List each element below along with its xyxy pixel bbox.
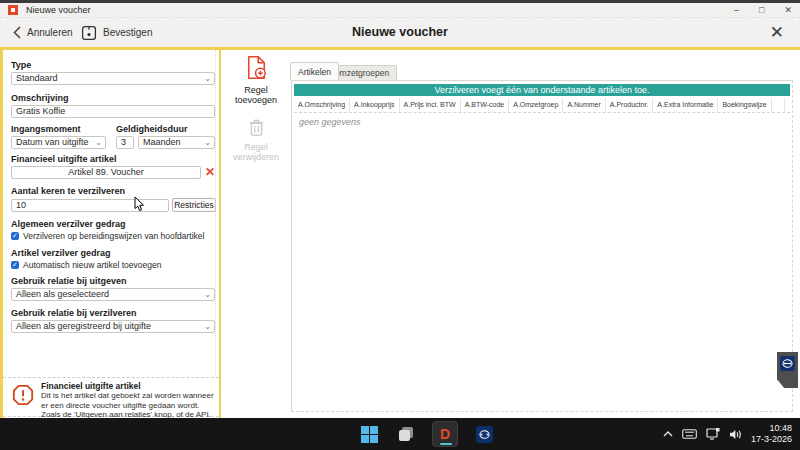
column-header[interactable]: A.Inkoopprijs bbox=[350, 98, 399, 112]
relation-issue-select[interactable]: Alleen als geselecteerd ⌄ bbox=[11, 288, 215, 301]
redeem-count-input[interactable]: 10 bbox=[11, 199, 169, 212]
teamviewer-icon bbox=[476, 426, 493, 443]
restrictions-button[interactable]: Restricties bbox=[172, 198, 216, 212]
chevron-left-icon bbox=[13, 26, 21, 39]
titlebar: Nieuwe voucher – □ ✕ bbox=[0, 3, 800, 18]
validity-amount-value: 3 bbox=[121, 137, 126, 147]
mouse-cursor bbox=[134, 196, 145, 216]
warning-box: Financieel uitgifte artikel Dit is het a… bbox=[3, 379, 219, 417]
warning-icon bbox=[12, 384, 34, 410]
cancel-button[interactable]: Annuleren bbox=[13, 18, 73, 47]
relation-redeem-select[interactable]: Alleen als geregistreerd bij uitgifte ⌄ bbox=[11, 320, 215, 333]
warning-title: Financieel uitgifte artikel bbox=[41, 381, 215, 391]
windows-logo-icon bbox=[361, 426, 378, 443]
column-header[interactable]: A.Extra Informatie bbox=[653, 98, 718, 112]
volume-tray-button[interactable] bbox=[729, 429, 742, 440]
redeem-count-label: Aantal keren te verzilveren bbox=[11, 186, 125, 196]
articles-table: Verzilveren voegt één van onderstaande a… bbox=[291, 80, 793, 412]
chevron-down-icon: ⌄ bbox=[204, 321, 211, 332]
validity-label: Geldigheidsduur bbox=[116, 124, 188, 134]
row-actions: Regel toevoegen Regel verwijderen bbox=[223, 55, 289, 162]
screen: Nieuwe voucher – □ ✕ Annuleren Bevestige… bbox=[0, 0, 800, 450]
info-banner: Verzilveren voegt één van onderstaande a… bbox=[294, 84, 790, 96]
clock-date: 17-3-2026 bbox=[751, 434, 792, 445]
taskbar-app-button[interactable]: D bbox=[432, 421, 458, 447]
table-header-row: A.OmschrijvingA.InkoopprijsA.Prijs incl.… bbox=[294, 98, 772, 112]
chevron-down-icon: ⌄ bbox=[204, 137, 211, 148]
content: Type Standaard ⌄ Omschrijving Gratis Kof… bbox=[0, 50, 800, 418]
confirm-button-label: Bevestigen bbox=[103, 27, 152, 38]
start-moment-select[interactable]: Datum van uitgifte ⌄ bbox=[11, 136, 106, 149]
voucher-form-panel: Type Standaard ⌄ Omschrijving Gratis Kof… bbox=[0, 50, 221, 418]
column-header[interactable]: A.Omzetgroep bbox=[509, 98, 563, 112]
keyboard-tray-button[interactable] bbox=[682, 429, 697, 439]
empty-table-message: geen gegevens bbox=[299, 117, 361, 127]
tray-overflow-button[interactable] bbox=[663, 431, 673, 437]
relation-issue-label: Gebruik relatie bij uitgeven bbox=[11, 276, 127, 286]
task-view-icon bbox=[397, 425, 415, 443]
remove-row-button[interactable]: Regel verwijderen bbox=[223, 118, 289, 162]
toolbar: Annuleren Bevestigen Nieuwe voucher ✕ bbox=[0, 18, 800, 47]
column-header[interactable]: Boekingswijze bbox=[718, 98, 771, 112]
checkbox-checked-icon[interactable]: ✓ bbox=[11, 261, 19, 269]
redeem-count-value: 10 bbox=[16, 200, 26, 210]
taskbar-teamviewer-button[interactable] bbox=[473, 422, 495, 446]
active-app-indicator bbox=[440, 443, 452, 446]
teamviewer-edge-handle[interactable] bbox=[777, 352, 798, 388]
financial-article-field[interactable]: Artikel 89. Voucher bbox=[11, 166, 201, 179]
trash-icon bbox=[248, 118, 265, 137]
type-label: Type bbox=[11, 60, 31, 70]
table-header-spacer bbox=[772, 98, 785, 112]
add-row-label: Regel toevoegen bbox=[223, 85, 289, 105]
confirm-button[interactable]: Bevestigen bbox=[81, 18, 152, 47]
financial-article-value: Artikel 89. Voucher bbox=[68, 167, 144, 177]
add-document-icon bbox=[246, 55, 267, 80]
speaker-icon bbox=[729, 429, 742, 440]
app-icon bbox=[8, 5, 18, 15]
minimize-button[interactable]: – bbox=[734, 3, 739, 18]
validity-unit-select[interactable]: Maanden ⌄ bbox=[138, 136, 215, 149]
type-value: Standaard bbox=[16, 73, 58, 83]
article-redeem-label: Artikel verzilver gedrag bbox=[11, 248, 111, 258]
chevron-down-icon: ⌄ bbox=[95, 137, 102, 148]
tab-artikelen[interactable]: Artikelen bbox=[290, 62, 339, 80]
start-button[interactable] bbox=[358, 422, 380, 446]
description-label: Omschrijving bbox=[11, 93, 69, 103]
general-redeem-checkbox-label: Verzilveren op bereidingswijzen van hoof… bbox=[23, 231, 204, 241]
clear-article-button[interactable]: ✕ bbox=[205, 166, 215, 179]
start-moment-value: Datum van uitgifte bbox=[16, 137, 89, 147]
column-header[interactable]: A.BTW-code bbox=[461, 98, 510, 112]
description-input[interactable]: Gratis Koffie bbox=[11, 105, 215, 118]
dialog-close-button[interactable]: ✕ bbox=[770, 22, 784, 43]
window-controls: – □ ✕ bbox=[734, 3, 792, 18]
chevron-up-icon bbox=[663, 431, 673, 437]
column-header[interactable]: A.Prijs incl. BTW bbox=[400, 98, 461, 112]
save-icon bbox=[81, 25, 97, 41]
warning-body: Financieel uitgifte artikel Dit is het a… bbox=[41, 381, 215, 420]
maximize-button[interactable]: □ bbox=[759, 3, 764, 18]
add-row-button[interactable]: Regel toevoegen bbox=[223, 55, 289, 105]
article-redeem-checkbox-label: Automatisch nieuw artikel toevoegen bbox=[23, 260, 161, 270]
network-tray-button[interactable] bbox=[706, 428, 720, 440]
column-header[interactable]: A.Omschrijving bbox=[294, 98, 350, 112]
checkbox-checked-icon[interactable]: ✓ bbox=[11, 232, 19, 240]
warning-separator bbox=[3, 377, 219, 378]
cancel-button-label: Annuleren bbox=[27, 27, 73, 38]
column-header[interactable]: A.Nummer bbox=[563, 98, 605, 112]
taskbar-clock[interactable]: 10:48 17-3-2026 bbox=[751, 423, 792, 446]
validity-unit-value: Maanden bbox=[143, 137, 181, 147]
clock-time: 10:48 bbox=[751, 423, 792, 434]
warning-text: Dit is het artikel dat geboekt zal worde… bbox=[41, 391, 215, 420]
close-button[interactable]: ✕ bbox=[784, 3, 792, 18]
general-redeem-checkbox-row: ✓ Verzilveren op bereidingswijzen van ho… bbox=[11, 231, 204, 241]
validity-amount-input[interactable]: 3 bbox=[116, 136, 134, 149]
task-view-button[interactable] bbox=[395, 422, 417, 446]
taskbar: D bbox=[0, 418, 800, 450]
teamviewer-icon bbox=[780, 356, 795, 371]
general-redeem-label: Algemeen verzilver gedrag bbox=[11, 219, 126, 229]
type-select[interactable]: Standaard ⌄ bbox=[11, 72, 215, 85]
column-header[interactable]: A.Productnr. bbox=[606, 98, 654, 112]
chevron-down-icon: ⌄ bbox=[204, 289, 211, 300]
article-redeem-checkbox-row: ✓ Automatisch nieuw artikel toevoegen bbox=[11, 260, 161, 270]
table-header: A.OmschrijvingA.InkoopprijsA.Prijs incl.… bbox=[294, 98, 790, 113]
